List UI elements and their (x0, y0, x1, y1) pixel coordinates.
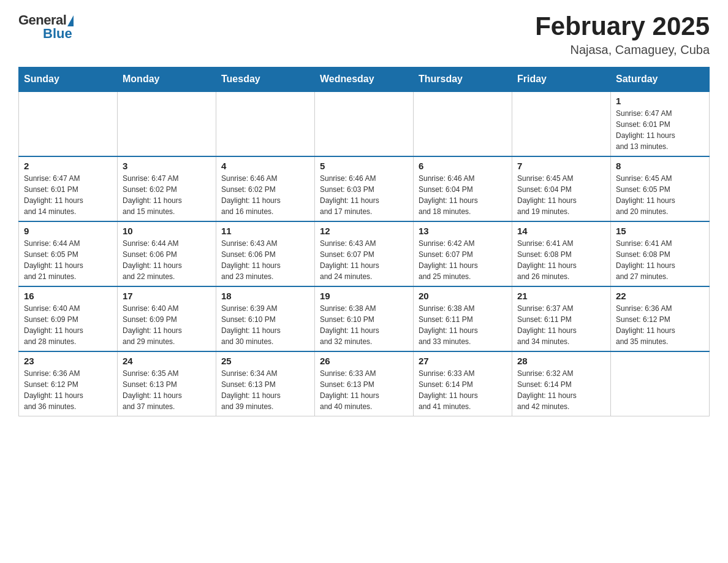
logo-blue-text: Blue (43, 26, 72, 42)
calendar-day-cell: 14Sunrise: 6:41 AM Sunset: 6:08 PM Dayli… (512, 221, 611, 286)
calendar-day-cell (315, 91, 414, 156)
day-number: 1 (616, 96, 704, 106)
calendar-day-cell: 10Sunrise: 6:44 AM Sunset: 6:06 PM Dayli… (118, 221, 216, 286)
day-info: Sunrise: 6:47 AM Sunset: 6:01 PM Dayligh… (616, 109, 675, 151)
weekday-header-thursday: Thursday (414, 67, 512, 92)
day-info: Sunrise: 6:41 AM Sunset: 6:08 PM Dayligh… (616, 239, 675, 281)
day-info: Sunrise: 6:32 AM Sunset: 6:14 PM Dayligh… (517, 369, 577, 411)
calendar-week-row: 16Sunrise: 6:40 AM Sunset: 6:09 PM Dayli… (19, 286, 710, 351)
day-number: 14 (517, 226, 605, 236)
day-number: 20 (419, 291, 507, 301)
weekday-header-wednesday: Wednesday (315, 67, 414, 92)
calendar-day-cell: 13Sunrise: 6:42 AM Sunset: 6:07 PM Dayli… (414, 221, 512, 286)
day-number: 28 (517, 356, 605, 366)
weekday-header-saturday: Saturday (611, 67, 710, 92)
calendar-week-row: 23Sunrise: 6:36 AM Sunset: 6:12 PM Dayli… (19, 351, 710, 416)
calendar-day-cell: 2Sunrise: 6:47 AM Sunset: 6:01 PM Daylig… (19, 156, 118, 221)
calendar-day-cell: 7Sunrise: 6:45 AM Sunset: 6:04 PM Daylig… (512, 156, 611, 221)
calendar-week-row: 1Sunrise: 6:47 AM Sunset: 6:01 PM Daylig… (19, 91, 710, 156)
day-info: Sunrise: 6:35 AM Sunset: 6:13 PM Dayligh… (123, 369, 182, 411)
day-info: Sunrise: 6:44 AM Sunset: 6:05 PM Dayligh… (24, 239, 83, 281)
day-info: Sunrise: 6:41 AM Sunset: 6:08 PM Dayligh… (517, 239, 577, 281)
day-info: Sunrise: 6:44 AM Sunset: 6:06 PM Dayligh… (123, 239, 182, 281)
day-info: Sunrise: 6:47 AM Sunset: 6:01 PM Dayligh… (24, 174, 83, 216)
day-number: 10 (123, 226, 211, 236)
calendar-week-row: 2Sunrise: 6:47 AM Sunset: 6:01 PM Daylig… (19, 156, 710, 221)
day-number: 7 (517, 161, 605, 171)
weekday-header-tuesday: Tuesday (216, 67, 315, 92)
day-info: Sunrise: 6:37 AM Sunset: 6:11 PM Dayligh… (517, 304, 577, 346)
day-info: Sunrise: 6:36 AM Sunset: 6:12 PM Dayligh… (616, 304, 675, 346)
day-number: 8 (616, 161, 704, 171)
logo: General Blue (18, 12, 74, 42)
weekday-header-row: SundayMondayTuesdayWednesdayThursdayFrid… (19, 67, 710, 92)
calendar-day-cell: 9Sunrise: 6:44 AM Sunset: 6:05 PM Daylig… (19, 221, 118, 286)
day-info: Sunrise: 6:36 AM Sunset: 6:12 PM Dayligh… (24, 369, 83, 411)
calendar-day-cell: 17Sunrise: 6:40 AM Sunset: 6:09 PM Dayli… (118, 286, 216, 351)
day-info: Sunrise: 6:40 AM Sunset: 6:09 PM Dayligh… (123, 304, 182, 346)
calendar-day-cell: 11Sunrise: 6:43 AM Sunset: 6:06 PM Dayli… (216, 221, 315, 286)
calendar-day-cell (512, 91, 611, 156)
day-number: 21 (517, 291, 605, 301)
calendar-day-cell (611, 351, 710, 416)
weekday-header-sunday: Sunday (19, 67, 118, 92)
calendar-day-cell: 1Sunrise: 6:47 AM Sunset: 6:01 PM Daylig… (611, 91, 710, 156)
day-info: Sunrise: 6:43 AM Sunset: 6:06 PM Dayligh… (221, 239, 281, 281)
day-number: 6 (419, 161, 507, 171)
page-header: General Blue February 2025 Najasa, Camag… (18, 12, 710, 57)
day-info: Sunrise: 6:34 AM Sunset: 6:13 PM Dayligh… (221, 369, 281, 411)
day-number: 23 (24, 356, 112, 366)
day-info: Sunrise: 6:42 AM Sunset: 6:07 PM Dayligh… (419, 239, 478, 281)
day-number: 12 (320, 226, 408, 236)
calendar-day-cell: 25Sunrise: 6:34 AM Sunset: 6:13 PM Dayli… (216, 351, 315, 416)
title-section: February 2025 Najasa, Camaguey, Cuba (535, 12, 710, 57)
calendar-day-cell: 21Sunrise: 6:37 AM Sunset: 6:11 PM Dayli… (512, 286, 611, 351)
calendar-day-cell (19, 91, 118, 156)
calendar-day-cell: 5Sunrise: 6:46 AM Sunset: 6:03 PM Daylig… (315, 156, 414, 221)
day-number: 17 (123, 291, 211, 301)
day-number: 3 (123, 161, 211, 171)
day-number: 4 (221, 161, 309, 171)
calendar-table: SundayMondayTuesdayWednesdayThursdayFrid… (18, 67, 710, 416)
day-info: Sunrise: 6:46 AM Sunset: 6:04 PM Dayligh… (419, 174, 478, 216)
page-subtitle: Najasa, Camaguey, Cuba (535, 43, 710, 57)
calendar-day-cell: 24Sunrise: 6:35 AM Sunset: 6:13 PM Dayli… (118, 351, 216, 416)
logo-triangle-icon (67, 15, 74, 26)
day-info: Sunrise: 6:38 AM Sunset: 6:10 PM Dayligh… (320, 304, 379, 346)
calendar-day-cell: 19Sunrise: 6:38 AM Sunset: 6:10 PM Dayli… (315, 286, 414, 351)
day-number: 18 (221, 291, 309, 301)
weekday-header-monday: Monday (118, 67, 216, 92)
day-number: 27 (419, 356, 507, 366)
day-number: 2 (24, 161, 112, 171)
day-info: Sunrise: 6:38 AM Sunset: 6:11 PM Dayligh… (419, 304, 478, 346)
day-info: Sunrise: 6:47 AM Sunset: 6:02 PM Dayligh… (123, 174, 182, 216)
day-number: 13 (419, 226, 507, 236)
calendar-day-cell: 26Sunrise: 6:33 AM Sunset: 6:13 PM Dayli… (315, 351, 414, 416)
day-info: Sunrise: 6:33 AM Sunset: 6:13 PM Dayligh… (320, 369, 379, 411)
calendar-day-cell (118, 91, 216, 156)
day-number: 19 (320, 291, 408, 301)
calendar-day-cell: 8Sunrise: 6:45 AM Sunset: 6:05 PM Daylig… (611, 156, 710, 221)
day-number: 11 (221, 226, 309, 236)
calendar-day-cell: 6Sunrise: 6:46 AM Sunset: 6:04 PM Daylig… (414, 156, 512, 221)
day-info: Sunrise: 6:33 AM Sunset: 6:14 PM Dayligh… (419, 369, 478, 411)
calendar-day-cell: 22Sunrise: 6:36 AM Sunset: 6:12 PM Dayli… (611, 286, 710, 351)
weekday-header-friday: Friday (512, 67, 611, 92)
calendar-day-cell: 20Sunrise: 6:38 AM Sunset: 6:11 PM Dayli… (414, 286, 512, 351)
day-number: 16 (24, 291, 112, 301)
calendar-day-cell: 28Sunrise: 6:32 AM Sunset: 6:14 PM Dayli… (512, 351, 611, 416)
day-info: Sunrise: 6:45 AM Sunset: 6:04 PM Dayligh… (517, 174, 577, 216)
calendar-day-cell (216, 91, 315, 156)
calendar-day-cell: 16Sunrise: 6:40 AM Sunset: 6:09 PM Dayli… (19, 286, 118, 351)
day-info: Sunrise: 6:40 AM Sunset: 6:09 PM Dayligh… (24, 304, 83, 346)
day-number: 25 (221, 356, 309, 366)
day-number: 22 (616, 291, 704, 301)
calendar-day-cell: 3Sunrise: 6:47 AM Sunset: 6:02 PM Daylig… (118, 156, 216, 221)
calendar-day-cell: 15Sunrise: 6:41 AM Sunset: 6:08 PM Dayli… (611, 221, 710, 286)
day-info: Sunrise: 6:45 AM Sunset: 6:05 PM Dayligh… (616, 174, 675, 216)
day-number: 5 (320, 161, 408, 171)
day-info: Sunrise: 6:46 AM Sunset: 6:03 PM Dayligh… (320, 174, 379, 216)
calendar-day-cell (414, 91, 512, 156)
calendar-day-cell: 12Sunrise: 6:43 AM Sunset: 6:07 PM Dayli… (315, 221, 414, 286)
calendar-day-cell: 18Sunrise: 6:39 AM Sunset: 6:10 PM Dayli… (216, 286, 315, 351)
